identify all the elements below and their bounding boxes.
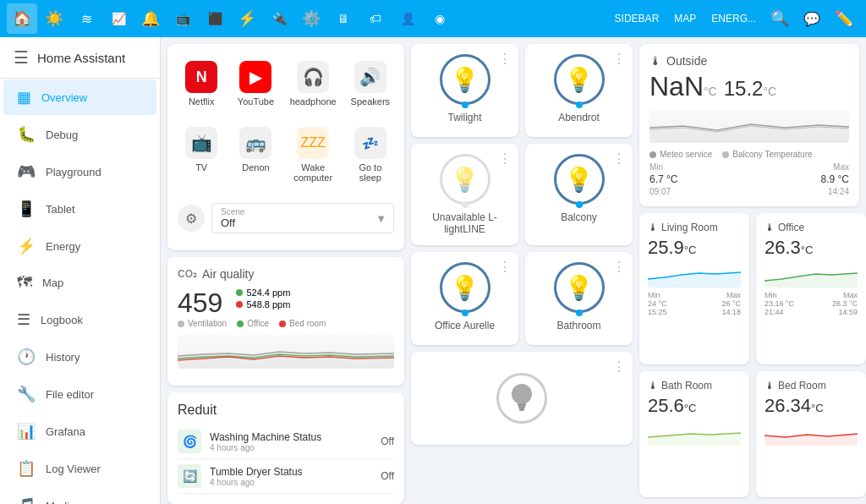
light-card-unavailable: ⋮ 💡 Unavailable L-lightLINE [411,144,518,245]
nav-sunny-icon[interactable]: ☀️ [39,3,69,34]
office-aurelle-bulb[interactable]: 💡 [440,262,491,313]
real-unit: °C [763,85,776,98]
bathroom-thermo-icon: 🌡 [648,380,658,392]
air-quality-card: CO₂ Air quality 459 524.4 ppm 548.8 ppm [167,257,404,386]
denon-button[interactable]: 🚌 Denon [232,120,279,189]
nan-unit: °C [704,85,717,98]
sidebar-item-energy[interactable]: ⚡ Energy [3,228,156,264]
balcony-bulb[interactable]: 💡 [554,154,605,205]
scene-value: Off [221,216,373,229]
outside-max: Max 8.9 °C 14:24 [821,162,849,196]
meteo-label: Meteo service [660,150,712,159]
nav-monitor-icon[interactable]: 🖥 [328,3,359,34]
sidebar-item-debug[interactable]: 🐛 Debug [3,117,156,152]
netflix-icon: N [185,61,217,93]
bathroom-menu-icon[interactable]: ⋮ [612,259,626,275]
dryer-name: Tumble Dryer Status [210,466,372,478]
air-quality-header: CO₂ Air quality [178,267,394,281]
meteo-legend: Meteo service [650,150,712,159]
nav-chart-icon[interactable]: 📈 [103,3,134,34]
office-aurelle-circle: 💡 [440,262,491,313]
scene-settings-button[interactable]: ⚙ [178,205,205,232]
wake-computer-button[interactable]: ZZZ Wake computer [287,120,340,189]
scene-select[interactable]: Scene Off ▼ [211,203,394,233]
extra-menu-icon[interactable]: ⋮ [612,359,626,375]
go-to-sleep-button[interactable]: 💤 Go to sleep [347,120,394,189]
nav-cog-icon[interactable]: ⚙️ [296,3,326,34]
office-aurelle-menu-icon[interactable]: ⋮ [498,259,512,275]
dryer-time: 4 hours ago [210,478,372,487]
energy-button[interactable]: ENERG... [704,8,763,30]
balcony-menu-icon[interactable]: ⋮ [612,151,626,167]
headphone-button[interactable]: 🎧 headphone [287,54,340,113]
abendrot-bulb[interactable]: 💡 [554,54,605,105]
max-time: 14:24 [821,187,849,196]
hamburger-icon[interactable]: ☰ [14,47,29,68]
nav-tv-icon[interactable]: 📺 [167,3,198,34]
go-to-sleep-label: Go to sleep [350,162,391,183]
office-aurelle-bulb-icon: 💡 [450,274,480,302]
svg-marker-5 [650,124,849,143]
sidebar-item-log-viewer[interactable]: 📋 Log Viewer [3,451,156,486]
edit-icon[interactable]: ✏️ [829,3,859,34]
twilight-bulb[interactable]: 💡 [440,54,491,105]
max-value: 8.9 °C [821,173,849,185]
sidebar-item-tablet[interactable]: 📱 Tablet [3,191,156,227]
bathroom-bulb[interactable]: 💡 [554,262,605,313]
chat-icon[interactable]: 💬 [797,3,827,34]
room-grid: 🌡 Living Room 25.9°C Min [639,213,859,497]
legend-office: Office [237,319,269,328]
media-card: N Netflix ▶ YouTube 🎧 headphone [167,44,404,250]
room-card-living-room: 🌡 Living Room 25.9°C Min [639,213,749,364]
sidebar-item-grafana[interactable]: 📊 Grafana [3,414,156,449]
outside-chart [650,109,849,143]
denon-icon: 🚌 [239,127,271,159]
unavailable-menu-icon[interactable]: ⋮ [498,151,512,167]
light-card-twilight: ⋮ 💡 Twilight [411,44,518,137]
washing-machine-row: 🌀 Washing Machine Status 4 hours ago Off [178,425,394,459]
sidebar-button[interactable]: SIDEBAR [608,8,666,30]
sidebar-item-media[interactable]: 🎵 Media [3,488,156,504]
nav-waves-icon[interactable]: ≋ [71,3,101,34]
sidebar-item-file-editor[interactable]: 🔧 File editor [3,376,156,412]
unavailable-bulb[interactable]: 💡 [440,154,491,205]
outside-real-temp: 15.2°C [724,77,776,101]
sidebar-item-history[interactable]: 🕐 History [3,339,156,375]
twilight-menu-icon[interactable]: ⋮ [498,51,512,67]
sidebar-item-map[interactable]: 🗺 Map [3,266,156,300]
nav-person-icon[interactable]: 👤 [392,3,423,34]
debug-icon: 🐛 [17,125,36,144]
nav-tag-icon[interactable]: 🏷 [360,3,391,34]
speakers-button[interactable]: 🔊 Speakers [347,54,394,113]
youtube-button[interactable]: ▶ YouTube [232,54,279,113]
left-panel: N Netflix ▶ YouTube 🎧 headphone [167,44,404,497]
nav-media-icon[interactable]: ⬛ [200,3,230,34]
abendrot-menu-icon[interactable]: ⋮ [612,51,626,67]
netflix-button[interactable]: N Netflix [178,54,225,113]
search-icon[interactable]: 🔍 [765,3,795,34]
nav-socket-icon[interactable]: 🔌 [264,3,294,34]
media-icon: 🎵 [17,496,36,504]
twilight-label: Twilight [447,112,481,123]
sidebar-item-overview[interactable]: ▦ Overview [3,79,156,115]
sidebar-item-logbook[interactable]: ☰ Logbook [3,302,156,337]
headphone-icon: 🎧 [297,61,329,93]
nav-bell-icon[interactable]: 🔔 [135,3,166,34]
outside-temp-row: NaN°C 15.2°C [650,71,849,102]
map-button[interactable]: MAP [667,8,703,30]
tv-button[interactable]: 📺 TV [178,120,225,189]
balcony-temp-dot [722,151,729,158]
living-room-min: Min 24 °C 15:25 [648,291,667,316]
svg-marker-6 [648,272,741,288]
nav-home-icon[interactable]: 🏠 [7,3,37,34]
reduit-card: Reduit 🌀 Washing Machine Status 4 hours … [167,392,404,504]
min-value: 6.7 °C [650,173,677,185]
living-room-name: Living Room [661,222,718,233]
nav-lightning-icon[interactable]: ⚡ [232,3,262,34]
map-label: Map [42,277,63,289]
dryer-info: Tumble Dryer Status 4 hours ago [210,466,372,487]
nav-circle-icon[interactable]: ◉ [425,3,455,34]
bedroom-temp: 26.34°C [765,395,858,417]
sidebar-item-playground[interactable]: 🎮 Playground [3,154,156,189]
bedroom-thermo-icon: 🌡 [765,380,775,392]
